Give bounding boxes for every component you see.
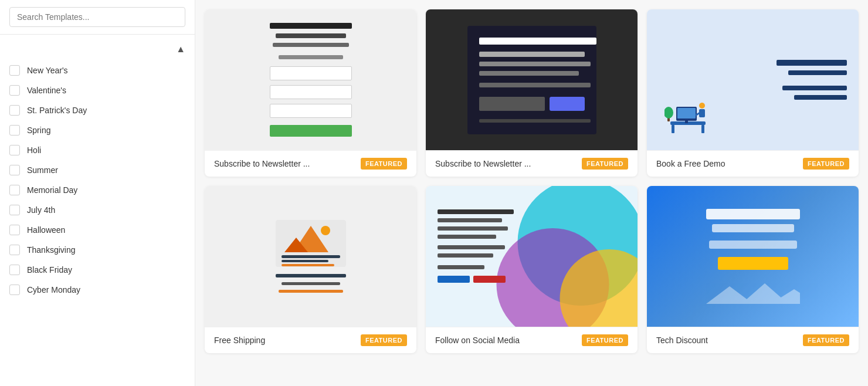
filter-item-cyber-monday[interactable]: Cyber Monday [0, 280, 195, 300]
featured-badge: FEATURED [582, 158, 628, 170]
filter-item-valentines[interactable]: Valentine's [0, 80, 195, 100]
card-title: Tech Discount [656, 336, 708, 345]
checkbox-spring[interactable] [9, 125, 20, 136]
checkbox-summer[interactable] [9, 165, 20, 175]
card-footer: Book a Free Demo FEATURED [647, 150, 859, 177]
filter-label-new-years: New Year's [27, 66, 68, 75]
filter-label-july-4th: July 4th [27, 205, 55, 215]
filter-item-july-4th[interactable]: July 4th [0, 200, 195, 220]
svg-rect-1 [672, 125, 674, 133]
card-title: Follow on Social Media [435, 336, 520, 345]
filter-item-summer[interactable]: Summer [0, 160, 195, 180]
template-card[interactable]: Free Shipping FEATURED [205, 186, 416, 353]
filter-label-thanksgiving: Thanksgiving [27, 245, 76, 255]
templates-grid: Subscribe to Newsletter ... FEATURED [205, 9, 859, 353]
svg-point-10 [664, 107, 673, 118]
featured-badge: FEATURED [803, 158, 849, 170]
main-content: Subscribe to Newsletter ... FEATURED [195, 0, 868, 386]
checkbox-valentines[interactable] [9, 85, 20, 96]
filter-item-memorial-day[interactable]: Memorial Day [0, 180, 195, 200]
svg-rect-15 [282, 255, 340, 258]
card-title: Free Shipping [214, 336, 265, 345]
seasonal-section-header[interactable]: ▲ [0, 35, 195, 60]
checkbox-st-patricks[interactable] [9, 105, 20, 116]
card-preview-subscribe-light [205, 9, 416, 150]
filter-item-spring[interactable]: Spring [0, 120, 195, 140]
card-preview-tech-discount [647, 186, 859, 327]
filter-label-summer: Summer [27, 165, 58, 175]
svg-rect-4 [677, 108, 696, 118]
featured-badge: FEATURED [582, 334, 628, 346]
search-input[interactable] [9, 7, 185, 27]
template-card[interactable]: Book a Free Demo FEATURED [647, 9, 859, 177]
card-title: Subscribe to Newsletter ... [214, 159, 310, 168]
card-preview-subscribe-dark [426, 9, 638, 150]
card-footer: Subscribe to Newsletter ... FEATURED [205, 150, 416, 177]
featured-badge: FEATURED [361, 334, 407, 346]
svg-rect-5 [685, 121, 688, 123]
checkbox-holi[interactable] [9, 145, 20, 155]
filter-item-halloween[interactable]: Halloween [0, 220, 195, 240]
filter-item-holi[interactable]: Holi [0, 140, 195, 160]
search-area [0, 0, 195, 35]
template-card[interactable]: Follow on Social Media FEATURED [426, 186, 638, 353]
card-title: Book a Free Demo [656, 159, 725, 168]
filter-item-new-years[interactable]: New Year's [0, 60, 195, 80]
filter-item-black-friday[interactable]: Black Friday [0, 260, 195, 280]
filter-item-thanksgiving[interactable]: Thanksgiving [0, 240, 195, 260]
template-card[interactable]: Tech Discount FEATURED [647, 186, 859, 353]
filter-label-spring: Spring [27, 126, 50, 135]
svg-point-6 [699, 103, 705, 109]
template-card[interactable]: Subscribe to Newsletter ... FEATURED [205, 9, 416, 177]
card-footer: Follow on Social Media FEATURED [426, 327, 638, 353]
checkbox-july-4th[interactable] [9, 205, 20, 215]
card-preview-social-media [426, 186, 638, 327]
svg-rect-17 [282, 264, 334, 266]
filter-label-black-friday: Black Friday [27, 265, 72, 275]
svg-rect-16 [282, 260, 328, 262]
filter-label-memorial-day: Memorial Day [27, 185, 77, 195]
card-footer: Free Shipping FEATURED [205, 327, 416, 353]
svg-point-14 [321, 226, 330, 235]
checkbox-memorial-day[interactable] [9, 185, 20, 195]
card-footer: Tech Discount FEATURED [647, 327, 859, 353]
card-preview-book-demo [647, 9, 859, 150]
svg-rect-2 [701, 125, 704, 133]
checkbox-black-friday[interactable] [9, 265, 20, 275]
filter-label-halloween: Halloween [27, 225, 65, 235]
checkbox-thanksgiving[interactable] [9, 245, 20, 255]
checkbox-new-years[interactable] [9, 65, 20, 76]
checkbox-cyber-monday[interactable] [9, 285, 20, 295]
filter-label-st-patricks: St. Patrick's Day [27, 106, 87, 115]
filter-list: New Year'sValentine'sSt. Patrick's DaySp… [0, 60, 195, 300]
sidebar: ▲ New Year'sValentine'sSt. Patrick's Day… [0, 0, 195, 386]
featured-badge: FEATURED [361, 158, 407, 170]
filter-label-cyber-monday: Cyber Monday [27, 285, 80, 294]
checkbox-halloween[interactable] [9, 225, 20, 235]
template-card[interactable]: Subscribe to Newsletter ... FEATURED [426, 9, 638, 177]
card-preview-free-shipping [205, 186, 416, 327]
card-footer: Subscribe to Newsletter ... FEATURED [426, 150, 638, 177]
filter-item-st-patricks[interactable]: St. Patrick's Day [0, 100, 195, 120]
card-title: Subscribe to Newsletter ... [435, 159, 531, 168]
filter-label-valentines: Valentine's [27, 86, 66, 95]
featured-badge: FEATURED [803, 334, 849, 346]
filter-label-holi: Holi [27, 145, 41, 155]
chevron-up-icon: ▲ [176, 44, 185, 55]
